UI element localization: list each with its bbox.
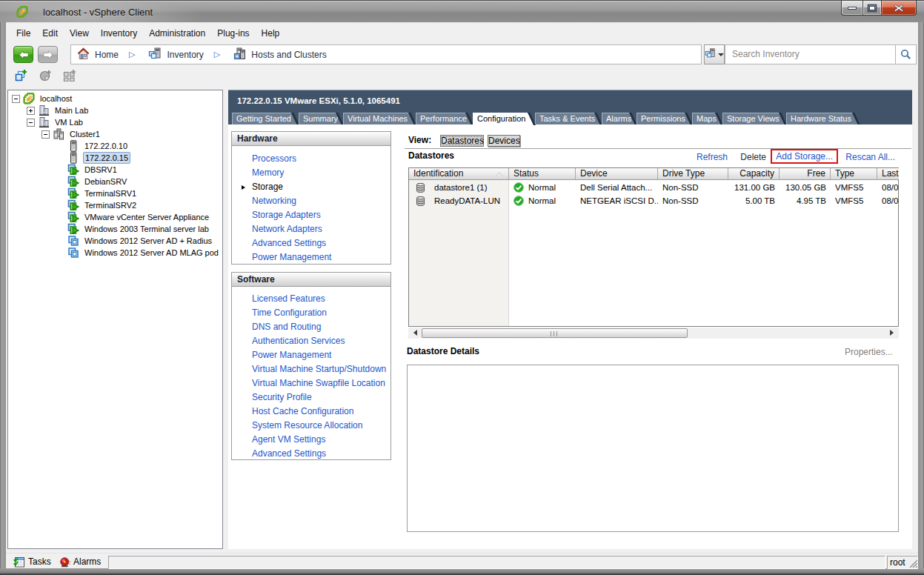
side-item-advanced-settings[interactable]: Advanced Settings — [232, 236, 390, 250]
breadcrumb-item-home[interactable]: Home — [71, 47, 119, 62]
tree-item-terminalsrv1[interactable]: TerminalSRV1 — [8, 187, 222, 199]
view-button-devices[interactable]: Devices — [488, 135, 520, 147]
breadcrumb-item-inventory[interactable]: Inventory — [142, 47, 203, 62]
menu-inventory[interactable]: Inventory — [95, 24, 143, 42]
tree-item-172-22-0-15[interactable]: 172.22.0.15 — [8, 152, 222, 164]
column-header-status[interactable]: Status — [509, 168, 576, 179]
tree-item-dbsrv1[interactable]: DBSRV1 — [8, 164, 222, 176]
tree-item-windows-2003-terminal-server-lab[interactable]: Windows 2003 Terminal server lab — [8, 223, 222, 235]
tab-virtual-machines[interactable]: Virtual Machines — [343, 113, 416, 125]
side-item-power-management[interactable]: Power Management — [232, 348, 390, 362]
datastore-row-2[interactable]: ReadyDATA-LUN — [409, 194, 509, 207]
collapse-icon[interactable] — [27, 119, 35, 127]
datastores-title: Datastores — [408, 150, 454, 161]
tree-item-terminalsrv2[interactable]: TerminalSRV2 — [8, 199, 222, 211]
tab-hardware-status[interactable]: Hardware Status — [786, 113, 860, 125]
column-header-type[interactable]: Type — [831, 168, 877, 179]
column-header-free[interactable]: Free — [780, 168, 831, 179]
side-item-licensed-features[interactable]: Licensed Features — [232, 292, 390, 306]
side-item-storage-adapters[interactable]: Storage Adapters — [232, 208, 390, 222]
properties-link[interactable]: Properties... — [845, 347, 893, 357]
tree-item-localhost[interactable]: localhost — [8, 93, 222, 104]
scroll-right-arrow-icon[interactable] — [890, 330, 894, 336]
tab-storage-views[interactable]: Storage Views — [722, 113, 787, 125]
tab-getting-started[interactable]: Getting Started — [232, 113, 299, 125]
tree-item-vm-lab[interactable]: VM Lab — [8, 116, 222, 128]
column-header-device[interactable]: Device — [576, 168, 658, 179]
new-vm-toolbar-icon[interactable] — [63, 69, 78, 83]
view-button-datastores[interactable]: Datastores — [440, 135, 484, 147]
tab-configuration[interactable]: Configuration — [473, 113, 536, 125]
side-item-host-cache-configuration[interactable]: Host Cache Configuration — [232, 405, 390, 419]
side-item-storage[interactable]: Storage — [232, 180, 390, 194]
tab-maps[interactable]: Maps — [692, 113, 723, 125]
scroll-left-arrow-icon[interactable] — [413, 330, 417, 336]
side-item-security-profile[interactable]: Security Profile — [232, 390, 390, 405]
tree-label: Windows 2012 Server AD MLAG pod — [83, 247, 220, 258]
nav-forward-button[interactable] — [38, 46, 58, 63]
side-item-agent-vm-settings[interactable]: Agent VM Settings — [232, 433, 390, 447]
datastore-row-1[interactable]: datastore1 (1) — [409, 181, 509, 194]
new-resource-pool-toolbar-icon[interactable] — [39, 69, 54, 83]
tree-item-172-22-0-10[interactable]: 172.22.0.10 — [8, 140, 222, 152]
action-add-storage-[interactable]: Add Storage... — [776, 151, 833, 162]
side-item-power-management[interactable]: Power Management — [232, 250, 390, 265]
side-item-memory[interactable]: Memory — [232, 166, 390, 180]
tab-summary[interactable]: Summary — [299, 113, 344, 125]
nav-back-button[interactable] — [13, 46, 33, 63]
side-item-dns-and-routing[interactable]: DNS and Routing — [232, 320, 390, 334]
action-refresh[interactable]: Refresh — [697, 151, 728, 163]
menu-view[interactable]: View — [64, 24, 95, 42]
tab-tasks-events[interactable]: Tasks & Events — [535, 113, 602, 125]
host-header: 172.22.0.15 VMware ESXi, 5.1.0, 1065491 … — [228, 90, 912, 124]
side-item-processors[interactable]: Processors — [232, 152, 390, 166]
side-item-virtual-machine-startup-shutdown[interactable]: Virtual Machine Startup/Shutdown — [232, 362, 390, 376]
menu-administration[interactable]: Administration — [143, 24, 211, 42]
column-header-last[interactable]: Last — [877, 168, 899, 179]
column-header-capacity[interactable]: Capacity — [728, 168, 780, 179]
tree-item-cluster1[interactable]: Cluster1 — [8, 128, 222, 140]
tab-label: Hardware Status — [791, 113, 851, 125]
tree-item-windows-2012-server-ad-mlag-pod[interactable]: Windows 2012 Server AD MLAG pod — [8, 247, 222, 259]
chevron-down-icon — [718, 53, 724, 56]
inventory-icon — [705, 48, 716, 61]
side-item-network-adapters[interactable]: Network Adapters — [232, 222, 390, 236]
side-item-time-configuration[interactable]: Time Configuration — [232, 306, 390, 320]
side-item-virtual-machine-swapfile-location[interactable]: Virtual Machine Swapfile Location — [232, 376, 390, 390]
tree-item-vmware-vcenter-server-appliance[interactable]: VMware vCenter Server Appliance — [8, 211, 222, 223]
menu-help[interactable]: Help — [256, 24, 286, 42]
side-item-authentication-services[interactable]: Authentication Services — [232, 334, 390, 348]
menu-edit[interactable]: Edit — [36, 24, 64, 42]
side-item-system-resource-allocation[interactable]: System Resource Allocation — [232, 419, 390, 433]
alarms-button[interactable]: Alarms — [73, 556, 101, 568]
tree-item-main-lab[interactable]: Main Lab — [8, 104, 222, 116]
search-input[interactable]: Search Inventory — [725, 44, 895, 64]
side-item-advanced-settings[interactable]: Advanced Settings — [232, 447, 390, 461]
breadcrumb-item-hostsandclusters[interactable]: Hosts and Clusters — [227, 47, 326, 62]
vm-off-icon — [67, 235, 79, 247]
tab-permissions[interactable]: Permissions — [637, 113, 693, 125]
collapse-icon[interactable] — [12, 95, 20, 103]
maximize-button[interactable] — [862, 1, 882, 16]
scrollbar-thumb[interactable] — [422, 328, 688, 338]
tree-item-debiansrv[interactable]: DebianSRV — [8, 176, 222, 187]
close-button[interactable] — [882, 1, 917, 16]
side-item-networking[interactable]: Networking — [232, 194, 390, 208]
tree-item-windows-2012-server-ad-radius[interactable]: Windows 2012 Server AD + Radius — [8, 235, 222, 247]
action-rescan-all-[interactable]: Rescan All... — [845, 151, 895, 163]
table-horizontal-scrollbar[interactable] — [408, 328, 899, 339]
search-scope-dropdown[interactable] — [704, 44, 725, 64]
menu-file[interactable]: File — [10, 24, 36, 42]
expand-icon[interactable] — [27, 107, 35, 115]
menu-plugins[interactable]: Plug-ins — [211, 24, 255, 42]
column-header-drive-type[interactable]: Drive Type — [658, 168, 728, 179]
tab-performance[interactable]: Performance — [416, 113, 473, 125]
add-host-toolbar-icon[interactable] — [15, 69, 30, 83]
column-header-identification[interactable]: Identification — [409, 168, 509, 179]
collapse-icon[interactable] — [41, 130, 50, 139]
minimize-button[interactable] — [841, 1, 862, 16]
resize-grip[interactable] — [908, 559, 918, 568]
tab-alarms[interactable]: Alarms — [602, 113, 637, 125]
tasks-button[interactable]: Tasks — [28, 556, 51, 568]
search-button[interactable] — [895, 44, 917, 64]
